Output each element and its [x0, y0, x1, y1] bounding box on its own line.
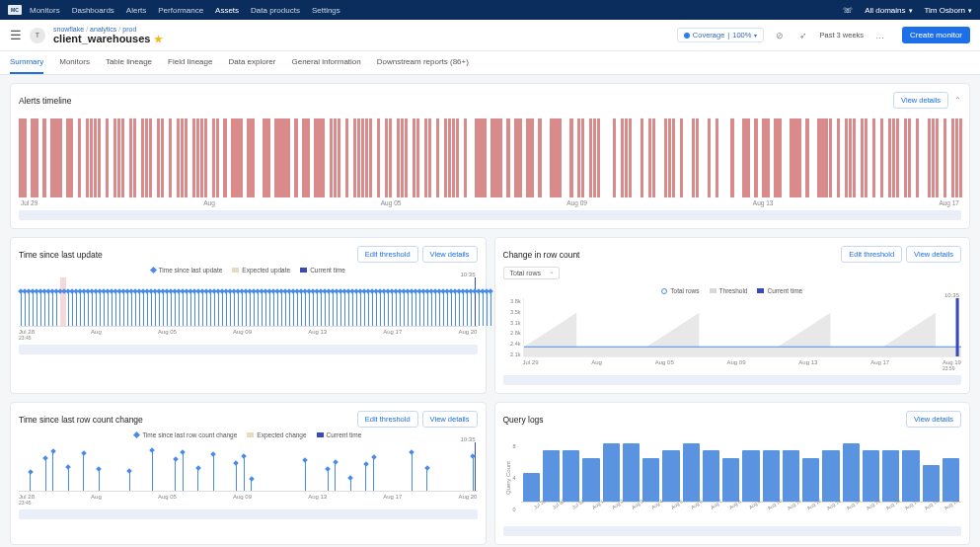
bell-icon[interactable]: ☏︎ [843, 6, 853, 15]
edit-threshold-button[interactable]: Edit threshold [357, 411, 418, 428]
nav-assets[interactable]: Assets [215, 4, 239, 17]
card-title: Query logs [503, 415, 903, 425]
breadcrumb-item[interactable]: snowflake [53, 26, 84, 33]
x-axis: Jul 2823:45 AugAug 05Aug 09Aug 13Aug 17A… [19, 329, 478, 341]
chart-legend: Time since last row count change Expecte… [19, 431, 478, 438]
create-monitor-button[interactable]: Create monitor [902, 27, 970, 43]
domain-selector[interactable]: All domains▾ [865, 6, 912, 15]
star-icon[interactable]: ★ [154, 34, 163, 44]
edit-threshold-button[interactable]: Edit threshold [841, 246, 902, 263]
swatch-icon [757, 288, 764, 293]
nav-monitors[interactable]: Monitors [30, 4, 60, 17]
card-title: Alerts timeline [19, 96, 889, 106]
ring-icon [661, 288, 667, 294]
view-details-button[interactable]: View details [893, 92, 948, 109]
top-navbar: MC Monitors Dashboards Alerts Performanc… [0, 0, 980, 20]
content: Alerts timeline View details ⌃ Jul 29Aug… [0, 75, 980, 547]
time-since-update-chart [19, 277, 478, 327]
more-icon[interactable]: … [871, 31, 888, 40]
nav-dashboards[interactable]: Dashboards [72, 4, 114, 17]
y-axis-ticks: 840 [513, 443, 516, 512]
alerts-x-axis: Jul 29AugAug 05Aug 09Aug 13Aug 17 [19, 199, 961, 206]
diamond-icon [133, 431, 140, 438]
metric-selector[interactable]: Total rows [503, 267, 561, 279]
row-count-change-chart [19, 442, 478, 492]
time-scrubber[interactable] [19, 345, 478, 354]
tab-bar: Summary Monitors Table lineage Field lin… [0, 51, 980, 75]
view-details-button[interactable]: View details [422, 411, 478, 428]
tab-table-lineage[interactable]: Table lineage [106, 51, 152, 74]
swatch-icon [247, 432, 254, 437]
nav-alerts[interactable]: Alerts [126, 4, 146, 17]
chevron-up-icon[interactable]: ⌃ [954, 96, 961, 105]
chevron-down-icon: ▾ [909, 7, 913, 14]
tab-monitors[interactable]: Monitors [59, 51, 90, 74]
tab-data-explorer[interactable]: Data explorer [228, 51, 275, 74]
y-axis-label: Query Count [503, 443, 511, 512]
current-time-line [475, 442, 476, 491]
time-scrubber[interactable] [503, 375, 962, 385]
page-header: ☰ T snowflake/analytics/prod client_ware… [0, 20, 980, 51]
nav-data-products[interactable]: Data products [251, 4, 300, 17]
chevron-down-icon: ▾ [968, 7, 972, 14]
date-range-selector[interactable]: Past 3 weeks [819, 31, 864, 39]
time-scrubber[interactable] [19, 509, 478, 519]
time-scrubber[interactable] [503, 526, 962, 536]
diamond-icon [150, 267, 157, 274]
breadcrumb-item[interactable]: analytics [90, 26, 116, 33]
chart-legend: Total rows Threshold Current time [503, 287, 962, 294]
anomaly-highlight [60, 277, 66, 326]
time-scrubber[interactable] [19, 210, 961, 220]
breadcrumb-item[interactable]: prod [122, 26, 136, 33]
coverage-dot-icon [684, 33, 690, 39]
time-since-update-card: Time since last update Edit threshold Vi… [10, 237, 487, 394]
page-title: client_warehouses ★ [53, 33, 669, 44]
card-title: Change in row count [503, 250, 838, 260]
y-axis-ticks: 3.8k3.5k3.1k2.8k2.4k2.1k [503, 298, 521, 357]
pin-icon[interactable]: ⊘ [772, 31, 788, 40]
card-title: Time since last update [19, 250, 353, 260]
query-logs-card: Query logs View details Query Count 840 … [494, 402, 971, 545]
swatch-icon [317, 432, 324, 437]
nav-items: Monitors Dashboards Alerts Performance A… [30, 4, 843, 17]
tab-general-information[interactable]: General information [291, 51, 360, 74]
hamburger-icon[interactable]: ☰ [10, 28, 22, 42]
view-details-button[interactable]: View details [422, 246, 478, 263]
swatch-icon [232, 268, 239, 273]
share-icon[interactable]: ➶ [795, 31, 811, 40]
user-menu[interactable]: Tim Osborn▾ [925, 6, 973, 15]
view-details-button[interactable]: View details [906, 411, 961, 428]
x-axis: Jul 29Jul 30Jul 31Aug 1Aug 2Aug 3Aug 4Au… [521, 503, 962, 512]
swatch-icon [710, 288, 716, 293]
nav-performance[interactable]: Performance [158, 4, 203, 17]
alerts-timeline-card: Alerts timeline View details ⌃ Jul 29Aug… [10, 83, 970, 229]
row-count-card: Change in row count Edit threshold View … [494, 237, 971, 394]
app-logo[interactable]: MC [8, 5, 22, 15]
row-count-chart [523, 298, 962, 357]
coverage-badge[interactable]: Coverage |100% ▾ [677, 28, 765, 42]
tab-downstream-reports[interactable]: Downstream reports (86+) [377, 51, 469, 74]
edit-threshold-button[interactable]: Edit threshold [357, 246, 418, 263]
row-count-change-card: Time since last row count change Edit th… [10, 402, 487, 545]
tab-summary[interactable]: Summary [10, 51, 43, 74]
chevron-down-icon: ▾ [754, 32, 757, 39]
swatch-icon [300, 268, 307, 273]
x-axis: Jul 29AugAug 05Aug 09Aug 13Aug 17 Aug 19… [523, 359, 962, 371]
avatar[interactable]: T [30, 28, 45, 43]
nav-settings[interactable]: Settings [312, 4, 340, 17]
x-axis: Jul 2823:45 AugAug 05Aug 09Aug 13Aug 17A… [19, 494, 478, 506]
chart-legend: Time since last update Expected update C… [19, 267, 478, 274]
current-time-line [475, 277, 476, 326]
query-logs-chart [521, 443, 962, 503]
alerts-timeline-chart [19, 118, 961, 197]
card-title: Time since last row count change [19, 415, 353, 425]
breadcrumb: snowflake/analytics/prod [53, 26, 669, 33]
tab-field-lineage[interactable]: Field lineage [168, 51, 212, 74]
view-details-button[interactable]: View details [906, 246, 961, 263]
